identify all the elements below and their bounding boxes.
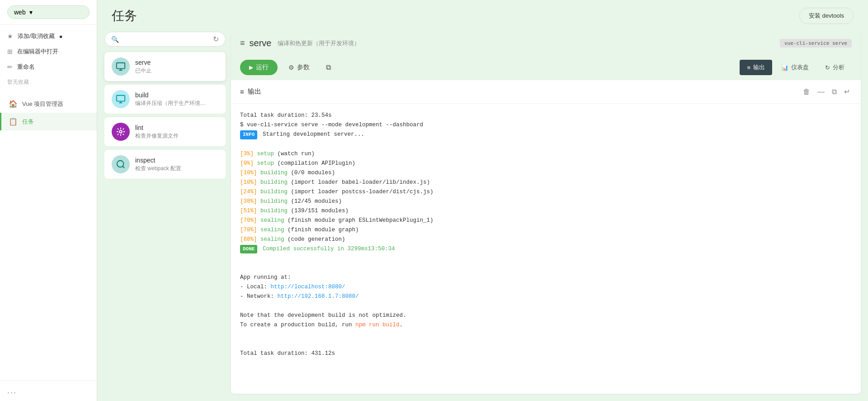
home-icon: 🏠: [9, 100, 18, 108]
output-line: [9%] setup (compilation APIPlugin): [240, 159, 852, 168]
output-line: DONE Compiled successfully in 3299ms13:5…: [240, 244, 852, 254]
task-desc-inspect: 检查 webpack 配置: [135, 165, 218, 172]
output-scroll-bottom-button[interactable]: ↵: [842, 86, 852, 98]
output-title-text: 输出: [248, 87, 261, 96]
sidebar-menu-item-editor[interactable]: ⊞ 在编辑器中打开: [0, 44, 97, 59]
task-cli-badge: vue-cli-service serve: [780, 39, 852, 48]
task-detail: ≡ serve 编译和热更新（用于开发环境） vue-cli-service s…: [231, 32, 861, 394]
output-line: Total task duration: 23.54s: [240, 111, 852, 120]
sidebar-menu: ★ 添加/取消收藏 ● ⊞ 在编辑器中打开 ✏ 重命名 暂无收藏: [0, 25, 97, 91]
page-title: 任务: [112, 7, 137, 24]
output-content: Total task duration: 23.54s $ vue-cli-se…: [231, 104, 861, 394]
output-title-icon: ≡: [240, 88, 244, 95]
output-tab-icon: ≡: [747, 64, 750, 71]
output-line: [70%] sealing (finish module graph): [240, 225, 852, 234]
task-detail-title: ≡ serve 编译和热更新（用于开发环境）: [240, 38, 360, 48]
settings-button[interactable]: ⚙ 参数: [283, 60, 315, 75]
run-label: 运行: [256, 63, 269, 72]
dashboard-tab-icon: 📊: [781, 64, 788, 71]
gear-icon: ⚙: [288, 64, 294, 71]
task-detail-subtitle: 编译和热更新（用于开发环境）: [278, 39, 360, 48]
output-line: [51%] building (139/151 modules): [240, 206, 852, 215]
output-line: - Local: http://localhost:8080/: [240, 282, 852, 291]
output-line: [24%] building (import loader postcss-lo…: [240, 187, 852, 196]
svg-point-6: [119, 130, 122, 133]
output-shrink-button[interactable]: —: [816, 86, 826, 98]
install-devtools-button[interactable]: 安装 devtools: [799, 8, 854, 24]
task-name-inspect: inspect: [135, 157, 218, 164]
task-info-serve: serve 已中止: [135, 59, 218, 75]
output-line: Total task duration: 431.12s: [240, 349, 852, 358]
tab-analyze[interactable]: ↻ 分析: [818, 60, 852, 75]
open-button[interactable]: ⧉: [321, 60, 336, 75]
network-url-link[interactable]: http://192.168.1.7:8080/: [278, 293, 359, 300]
sidebar-item-tasks[interactable]: 📋 任务: [0, 113, 97, 130]
task-info-lint: lint 检查并修复源文件: [135, 124, 218, 140]
dashboard-tab-label: 仪表盘: [791, 63, 809, 72]
svg-line-8: [123, 166, 124, 168]
search-icon: 🔍: [111, 36, 119, 43]
project-selector[interactable]: web ▾: [7, 5, 90, 19]
output-line: Note that the development build is not o…: [240, 311, 852, 320]
output-line: [38%] building (12/45 modules): [240, 197, 852, 206]
task-desc-serve: 已中止: [135, 67, 218, 75]
output-copy-button[interactable]: ⧉: [830, 86, 839, 98]
output-line: [240, 330, 852, 339]
output-line: - Network: http://192.168.1.7:8080/: [240, 292, 852, 301]
output-title: ≡ 输出: [240, 87, 261, 96]
tab-output[interactable]: ≡ 输出: [740, 60, 772, 75]
task-info-build: build 编译并压缩（用于生产环境…: [135, 91, 218, 107]
task-detail-header: ≡ serve 编译和热更新（用于开发环境） vue-cli-service s…: [231, 32, 861, 55]
output-line: [240, 254, 852, 263]
output-line: INFO Starting development server...: [240, 130, 852, 139]
local-url-link[interactable]: http://localhost:8080/: [271, 284, 345, 290]
search-bar: 🔍 ↻: [104, 32, 226, 47]
task-item-build[interactable]: build 编译并压缩（用于生产环境…: [104, 85, 226, 114]
output-line: [240, 301, 852, 310]
svg-rect-3: [117, 95, 125, 101]
run-button[interactable]: ▶ 运行: [240, 60, 278, 75]
sidebar-top: web ▾: [0, 0, 97, 25]
task-name-serve: serve: [135, 59, 218, 66]
task-name-build: build: [135, 91, 218, 99]
task-desc-lint: 检查并修复源文件: [135, 132, 218, 140]
sidebar-item-project-manager[interactable]: 🏠 Vue 项目管理器: [0, 95, 97, 113]
svg-point-7: [117, 161, 124, 167]
task-item-serve[interactable]: serve 已中止: [104, 52, 226, 81]
content-area: 🔍 ↻ serve 已中止: [97, 32, 868, 401]
info-badge: INFO: [240, 130, 257, 139]
output-line: $ vue-cli-service serve --mode developme…: [240, 120, 852, 129]
output-line: [240, 140, 852, 149]
project-name: web: [14, 9, 26, 16]
sidebar-bottom: ...: [0, 380, 97, 401]
sidebar-menu-item-favorite[interactable]: ★ 添加/取消收藏 ●: [0, 29, 97, 44]
settings-label: 参数: [297, 63, 310, 72]
task-detail-name: serve: [250, 38, 272, 48]
task-detail-toolbar: ▶ 运行 ⚙ 参数 ⧉ ≡ 输出 📊 仪表盘: [231, 55, 861, 80]
sidebar-item-label-manager: Vue 项目管理器: [22, 100, 63, 108]
output-clear-button[interactable]: 🗑: [801, 86, 812, 98]
sidebar-menu-item-rename[interactable]: ✏ 重命名: [0, 59, 97, 75]
sidebar-menu-label-rename: 重命名: [17, 63, 35, 71]
output-line: App running at:: [240, 273, 852, 282]
task-icon-inspect: [112, 155, 130, 173]
analyze-tab-label: 分析: [833, 63, 844, 72]
tab-dashboard[interactable]: 📊 仪表盘: [774, 60, 816, 75]
star-icon: ★: [7, 33, 13, 40]
output-line: To create a production build, run npm ru…: [240, 320, 852, 329]
favorite-badge: ●: [59, 33, 63, 40]
more-button[interactable]: ...: [7, 386, 90, 396]
task-name-lint: lint: [135, 124, 218, 131]
output-line: [240, 339, 852, 348]
play-icon: ▶: [249, 64, 253, 71]
task-item-lint[interactable]: lint 检查并修复源文件: [104, 117, 226, 146]
task-icon-serve: [112, 57, 130, 76]
output-line: [88%] sealing (code generation): [240, 235, 852, 244]
search-input[interactable]: [123, 36, 209, 43]
output-tab-label: 输出: [753, 63, 765, 72]
refresh-icon[interactable]: ↻: [213, 35, 219, 43]
output-line: [240, 263, 852, 272]
chevron-down-icon: ▾: [29, 9, 33, 16]
task-icon-build: [112, 90, 130, 108]
task-item-inspect[interactable]: inspect 检查 webpack 配置: [104, 150, 226, 179]
